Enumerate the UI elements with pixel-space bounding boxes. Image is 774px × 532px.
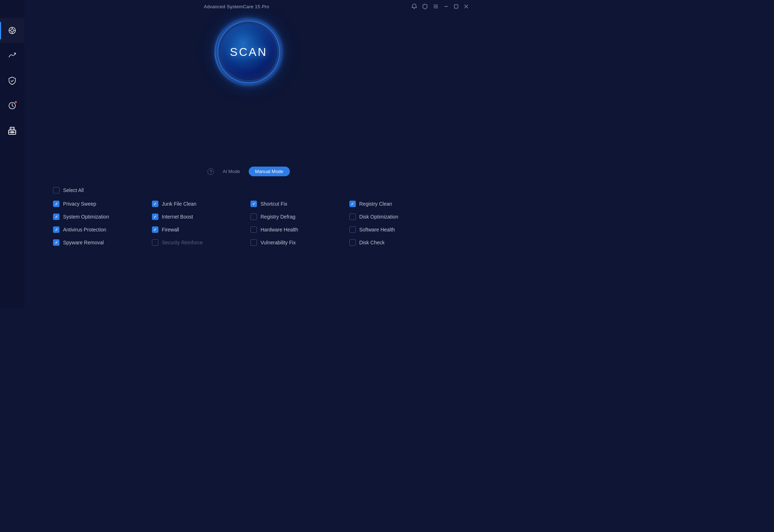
checkbox-security-reinforce[interactable] xyxy=(152,239,158,246)
checkbox-shortcut-fix[interactable] xyxy=(250,201,257,207)
checkbox-privacy-sweep[interactable] xyxy=(53,201,59,207)
checkbox-item-junk-file-clean[interactable]: Junk File Clean xyxy=(152,201,247,207)
checkbox-item-vulnerability-fix[interactable]: Vulnerability Fix xyxy=(250,239,346,246)
select-all-checkbox[interactable] xyxy=(53,187,59,193)
checkbox-spyware-removal[interactable] xyxy=(53,239,59,246)
checkbox-disk-optimization[interactable] xyxy=(349,214,356,220)
checkbox-registry-clean[interactable] xyxy=(349,201,356,207)
checkbox-label-registry-clean: Registry Clean xyxy=(359,201,392,207)
scan-ring2: SCAN xyxy=(220,24,277,80)
checkbox-label-shortcut-fix: Shortcut Fix xyxy=(261,201,287,207)
performance-icon xyxy=(7,51,17,61)
notification-icon[interactable] xyxy=(411,4,417,9)
checkbox-system-optimization[interactable] xyxy=(53,214,59,220)
checkbox-item-software-health[interactable]: Software Health xyxy=(349,226,445,233)
svg-rect-4 xyxy=(454,5,458,8)
scan-label: SCAN xyxy=(230,45,268,59)
checkbox-label-software-health: Software Health xyxy=(359,227,395,233)
sidebar-item-update[interactable] xyxy=(0,93,24,118)
checkbox-label-registry-defrag: Registry Defrag xyxy=(261,214,295,220)
sidebar xyxy=(0,0,24,308)
home-icon xyxy=(7,25,17,35)
window-controls xyxy=(411,0,469,13)
checkbox-label-internet-boost: Internet Boost xyxy=(162,214,193,220)
select-all-row[interactable]: Select All xyxy=(53,187,444,193)
checkbox-label-vulnerability-fix: Vulnerability Fix xyxy=(261,240,296,245)
scan-ring1: SCAN xyxy=(216,20,281,84)
sidebar-item-home[interactable] xyxy=(0,18,24,43)
checkbox-item-registry-defrag[interactable]: Registry Defrag xyxy=(250,214,346,220)
checkbox-disk-check[interactable] xyxy=(349,239,356,246)
restore-button[interactable] xyxy=(454,4,459,9)
checkbox-item-spyware-removal[interactable]: Spyware Removal xyxy=(53,239,148,246)
update-icon xyxy=(7,101,17,111)
sidebar-item-security[interactable] xyxy=(0,68,24,93)
ai-mode-button[interactable]: AI Mode xyxy=(216,167,246,176)
select-all-label: Select All xyxy=(63,187,84,193)
mode-row: ? AI Mode Manual Mode xyxy=(207,167,290,176)
sidebar-item-performance[interactable] xyxy=(0,43,24,68)
checkbox-vulnerability-fix[interactable] xyxy=(250,239,257,246)
checkbox-firewall[interactable] xyxy=(152,226,158,233)
checkbox-grid: Privacy SweepJunk File CleanShortcut Fix… xyxy=(53,201,444,246)
checkbox-item-privacy-sweep[interactable]: Privacy Sweep xyxy=(53,201,148,207)
checkbox-label-security-reinforce: Security Reinforce xyxy=(162,240,203,245)
checkbox-item-security-reinforce[interactable]: Security Reinforce xyxy=(152,239,247,246)
checkbox-item-disk-optimization[interactable]: Disk Optimization xyxy=(349,214,445,220)
checkbox-label-hardware-health: Hardware Health xyxy=(261,227,298,233)
checkbox-label-spyware-removal: Spyware Removal xyxy=(63,240,104,245)
checkbox-label-junk-file-clean: Junk File Clean xyxy=(162,201,197,207)
checkbox-item-firewall[interactable]: Firewall xyxy=(152,226,247,233)
toolbox-icon xyxy=(7,126,17,136)
checkboxes-section: Select All Privacy SweepJunk File CleanS… xyxy=(24,187,473,246)
checkbox-item-antivirus-protection[interactable]: Antivirus Protection xyxy=(53,226,148,233)
checkbox-label-system-optimization: System Optimization xyxy=(63,214,109,220)
checkbox-antivirus-protection[interactable] xyxy=(53,226,59,233)
main-content: SCAN ? AI Mode Manual Mode Select All Pr… xyxy=(24,0,473,308)
checkbox-label-antivirus-protection: Antivirus Protection xyxy=(63,227,106,233)
title-bar: Advanced SystemCare 15 Pro xyxy=(0,0,473,13)
mode-help-icon[interactable]: ? xyxy=(207,168,214,175)
close-button[interactable] xyxy=(464,4,469,9)
scan-button[interactable]: SCAN xyxy=(213,16,285,88)
manual-mode-button[interactable]: Manual Mode xyxy=(249,167,290,176)
shield-sidebar-icon xyxy=(7,76,17,86)
checkbox-label-firewall: Firewall xyxy=(162,227,179,233)
checkbox-internet-boost[interactable] xyxy=(152,214,158,220)
checkbox-hardware-health[interactable] xyxy=(250,226,257,233)
checkbox-label-privacy-sweep: Privacy Sweep xyxy=(63,201,96,207)
svg-rect-16 xyxy=(10,127,14,130)
shield-icon[interactable] xyxy=(422,4,428,9)
checkbox-item-registry-clean[interactable]: Registry Clean xyxy=(349,201,445,207)
checkbox-label-disk-optimization: Disk Optimization xyxy=(359,214,398,220)
checkbox-registry-defrag[interactable] xyxy=(250,214,257,220)
checkbox-label-disk-check: Disk Check xyxy=(359,240,385,245)
checkbox-item-hardware-health[interactable]: Hardware Health xyxy=(250,226,346,233)
checkbox-software-health[interactable] xyxy=(349,226,356,233)
scan-area: SCAN xyxy=(213,16,285,88)
sidebar-item-toolbox[interactable] xyxy=(0,118,24,143)
checkbox-item-shortcut-fix[interactable]: Shortcut Fix xyxy=(250,201,346,207)
checkbox-junk-file-clean[interactable] xyxy=(152,201,158,207)
svg-point-8 xyxy=(11,29,14,32)
app-title: Advanced SystemCare 15 Pro xyxy=(204,4,269,9)
checkbox-item-internet-boost[interactable]: Internet Boost xyxy=(152,214,247,220)
minimize-button[interactable] xyxy=(444,4,449,9)
menu-icon[interactable] xyxy=(433,4,439,9)
checkbox-item-disk-check[interactable]: Disk Check xyxy=(349,239,445,246)
checkbox-item-system-optimization[interactable]: System Optimization xyxy=(53,214,148,220)
